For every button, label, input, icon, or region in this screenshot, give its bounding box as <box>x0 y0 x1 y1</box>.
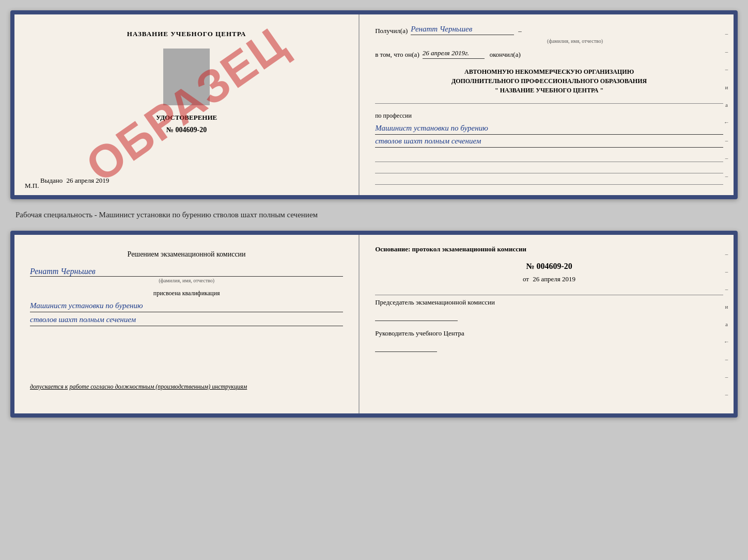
poluchil-name: Ренатт Черньшев <box>411 25 514 35</box>
line3 <box>375 175 723 185</box>
kvalif-line1: Машинист установки по бурению <box>30 299 343 312</box>
profession-line2: стволов шахт полным сечением <box>375 135 723 148</box>
org-line2: ДОПОЛНИТЕЛЬНОГО ПРОФЕССИОНАЛЬНОГО ОБРАЗО… <box>375 76 723 86</box>
top-certificate-card: НАЗВАНИЕ УЧЕБНОГО ЦЕНТРА УДОСТОВЕРЕНИЕ №… <box>10 10 738 199</box>
dopuskaetsya-val: работе согласно должностным (производств… <box>69 383 247 390</box>
chairman-sig-line <box>375 310 458 321</box>
profession-line1: Машинист установки по бурению <box>375 122 723 135</box>
specialty-text: Рабочая специальность - Машинист установ… <box>10 207 738 222</box>
poluchil-line: Получил(а) Ренатт Черньшев – <box>375 25 723 35</box>
mp-label: М.П. <box>25 182 39 190</box>
trailing-lines <box>375 153 723 185</box>
rukovoditel-sig-line <box>375 341 437 352</box>
poluchil-label: Получил(а) <box>375 27 408 35</box>
vydano-label: Выдано <box>40 177 63 184</box>
org-line3: " НАЗВАНИЕ УЧЕБНОГО ЦЕНТРА " <box>375 86 723 95</box>
profession-section: по профессии Машинист установки по бурен… <box>375 107 723 148</box>
vtom-section: в том, что он(а) 26 апреля 2019г. окончи… <box>375 49 723 62</box>
org-section: АВТОНОМНУЮ НЕКОММЕРЧЕСКУЮ ОРГАНИЗАЦИЮ ДО… <box>375 67 723 95</box>
photo-placeholder <box>163 49 210 105</box>
rukovoditel-block: Руководитель учебного Центра <box>375 329 723 352</box>
ot-date-line: от 26 апреля 2019 <box>375 275 723 283</box>
chairman-label: Председатель экзаменационной комиссии <box>375 298 723 307</box>
komissia-title: Решением экзаменационной комиссии <box>30 250 343 259</box>
bottom-right-panel: Основание: протокол экзаменационной коми… <box>360 235 734 413</box>
top-center-title: НАЗВАНИЕ УЧЕБНОГО ЦЕНТРА <box>127 30 246 38</box>
dash1: – <box>518 27 522 35</box>
dopuskaetsya-label: допускается к <box>30 383 68 390</box>
fio-hint: (фамилия, имя, отчество) <box>427 38 723 44</box>
bottom-fio-label: (фамилия, имя, отчество) <box>30 278 343 283</box>
separator1 <box>375 103 723 104</box>
bottom-name: Ренатт Черньшев <box>30 267 343 277</box>
poluchil-section: Получил(а) Ренатт Черньшев – (фамилия, и… <box>375 25 723 44</box>
rukovoditel-label: Руководитель учебного Центра <box>375 329 723 338</box>
vtom-label: в том, что он(а) <box>375 51 419 59</box>
separator2 <box>375 295 723 295</box>
kvalif-line2: стволов шахт полным сечением <box>30 313 343 326</box>
vtom-date: 26 апреля 2019г. <box>423 49 485 59</box>
vtom-line: в том, что он(а) 26 апреля 2019г. окончи… <box>375 49 723 59</box>
top-left-panel: НАЗВАНИЕ УЧЕБНОГО ЦЕНТРА УДОСТОВЕРЕНИЕ №… <box>14 14 360 195</box>
line2 <box>375 164 723 173</box>
prisvoena-label: присвоена квалификация <box>30 290 343 297</box>
udostoverenie-label: УДОСТОВЕРЕНИЕ <box>156 114 217 122</box>
certificate-number: № 004609-20 <box>166 126 207 134</box>
okonchil-label: окончил(а) <box>490 51 521 59</box>
po-professii-label: по профессии <box>375 112 723 120</box>
bottom-certificate-card: Решением экзаменационной комиссии Ренатт… <box>10 231 738 418</box>
ot-date: 26 апреля 2019 <box>533 275 575 283</box>
dopuskaetsya-block: допускается к работе согласно должностны… <box>30 378 247 391</box>
vydano-line: Выдано 26 апреля 2019 <box>40 177 109 185</box>
org-line1: АВТОНОМНУЮ НЕКОММЕРЧЕСКУЮ ОРГАНИЗАЦИЮ <box>375 67 723 76</box>
bottom-side-marks: – – – и а ← – – – <box>724 235 729 413</box>
chairman-block: Председатель экзаменационной комиссии <box>375 298 723 321</box>
side-marks: – – – и а ← – – – <box>724 14 729 195</box>
bottom-left-panel: Решением экзаменационной комиссии Ренатт… <box>14 235 360 413</box>
line1 <box>375 153 723 162</box>
ot-label: от <box>523 275 529 283</box>
protocol-number: № 004609-20 <box>375 262 723 271</box>
vydano-date: 26 апреля 2019 <box>67 177 110 184</box>
osnov-title: Основание: протокол экзаменационной коми… <box>375 245 723 253</box>
top-right-panel: Получил(а) Ренатт Черньшев – (фамилия, и… <box>360 14 734 195</box>
